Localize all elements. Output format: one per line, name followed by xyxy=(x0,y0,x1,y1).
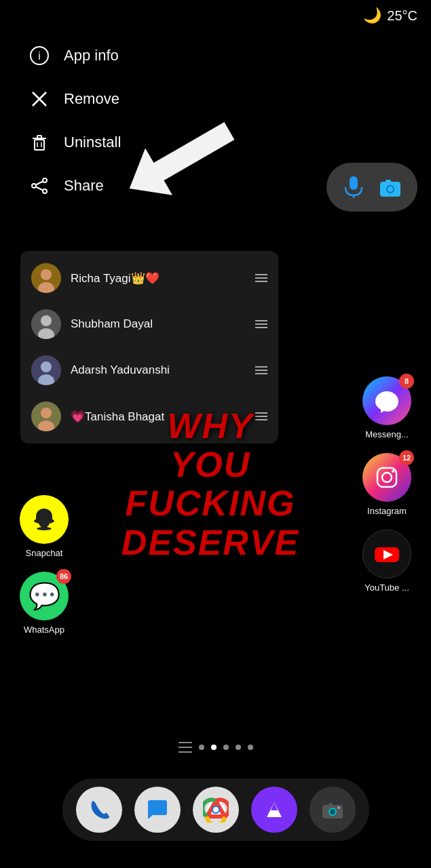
drag-handle-2 xyxy=(255,320,267,328)
wallpaper-line-1: WHY xyxy=(109,407,312,446)
messenger-label: Messeng... xyxy=(356,429,417,439)
snapchat-icon xyxy=(20,495,69,544)
svg-line-13 xyxy=(36,187,43,191)
temperature: 25°C xyxy=(387,8,417,24)
status-bar: 🌙 25°C xyxy=(363,7,417,24)
svg-rect-21 xyxy=(386,180,391,182)
svg-rect-48 xyxy=(329,803,333,806)
dock-camera[interactable] xyxy=(310,787,356,833)
context-menu: i App info Remove Uninstall xyxy=(20,34,128,208)
svg-point-11 xyxy=(32,184,36,188)
svg-point-47 xyxy=(330,809,335,814)
page-indicators xyxy=(179,742,253,753)
wallpaper-line-3: FUCKING xyxy=(109,484,312,523)
wallpaper-line-2: YOU xyxy=(109,446,312,484)
contact-adarsh[interactable]: Adarsh Yaduvanshi xyxy=(20,347,278,393)
svg-point-32 xyxy=(41,408,52,418)
app-messenger[interactable]: 8 Messeng... xyxy=(356,376,417,439)
drag-handle-3 xyxy=(255,366,267,374)
contact-avatar-adarsh xyxy=(31,355,61,385)
quick-actions-bar xyxy=(326,163,417,212)
dock-phone[interactable] xyxy=(76,787,122,833)
contact-name-richa: Richa Tyagi👑❤️ xyxy=(71,271,246,285)
remove-label: Remove xyxy=(64,90,119,108)
left-apps-column: Snapchat 💬 86 WhatsApp xyxy=(14,495,75,635)
youtube-icon xyxy=(362,530,411,578)
page-dot-3[interactable] xyxy=(223,745,229,750)
page-dot-1[interactable] xyxy=(199,745,204,750)
contact-name-adarsh: Adarsh Yaduvanshi xyxy=(71,363,246,377)
svg-point-49 xyxy=(337,806,340,809)
remove-icon xyxy=(27,87,52,111)
menu-item-remove[interactable]: Remove xyxy=(20,77,128,121)
dock-messages[interactable] xyxy=(134,787,181,833)
app-youtube[interactable]: YouTube ... xyxy=(356,530,417,593)
contact-shubham[interactable]: Shubham Dayal xyxy=(20,301,278,347)
wallpaper-line-4: DESERVE xyxy=(109,524,312,562)
svg-point-35 xyxy=(382,473,392,482)
menu-item-uninstall[interactable]: Uninstall xyxy=(20,121,128,164)
app-snapchat[interactable]: Snapchat xyxy=(14,495,75,558)
svg-point-10 xyxy=(43,189,47,193)
svg-line-12 xyxy=(36,182,43,185)
uninstall-label: Uninstall xyxy=(64,134,121,151)
contact-avatar-shubham xyxy=(31,309,61,339)
svg-point-36 xyxy=(392,470,394,473)
share-label: Share xyxy=(64,177,104,195)
whatsapp-label: WhatsApp xyxy=(14,625,75,635)
info-icon: i xyxy=(27,43,52,68)
svg-rect-6 xyxy=(37,136,41,138)
drag-handle xyxy=(255,274,267,282)
svg-point-42 xyxy=(213,807,219,812)
contact-richa[interactable]: Richa Tyagi👑❤️ xyxy=(20,255,278,301)
messenger-icon: 8 xyxy=(362,376,411,425)
page-dot-2[interactable] xyxy=(211,745,217,750)
share-icon xyxy=(27,174,52,198)
svg-point-23 xyxy=(41,269,52,280)
app-instagram[interactable]: 12 Instagram xyxy=(356,453,417,516)
whatsapp-badge: 86 xyxy=(56,569,71,584)
messenger-badge: 8 xyxy=(399,374,414,389)
whatsapp-icon: 💬 86 xyxy=(20,572,69,620)
svg-text:i: i xyxy=(38,50,41,62)
trash-icon xyxy=(27,130,52,155)
menu-item-app-info[interactable]: i App info xyxy=(20,34,128,77)
svg-rect-4 xyxy=(35,140,44,150)
right-apps-column: 8 Messeng... 12 Instagram YouTube ... xyxy=(356,376,417,593)
instagram-badge: 12 xyxy=(399,450,414,465)
svg-marker-15 xyxy=(122,122,243,212)
youtube-label: YouTube ... xyxy=(356,583,417,593)
instagram-icon: 12 xyxy=(362,453,411,502)
contact-avatar-richa xyxy=(31,263,61,293)
app-whatsapp[interactable]: 💬 86 WhatsApp xyxy=(14,572,75,635)
dock xyxy=(62,778,369,841)
moon-icon: 🌙 xyxy=(363,7,381,24)
menu-item-share[interactable]: Share xyxy=(20,164,128,208)
mic-button[interactable] xyxy=(339,172,369,202)
svg-point-26 xyxy=(41,315,52,326)
instagram-label: Instagram xyxy=(356,506,417,516)
svg-marker-44 xyxy=(271,802,278,810)
contact-name-shubham: Shubham Dayal xyxy=(71,317,246,331)
page-dot-4[interactable] xyxy=(236,745,241,750)
svg-rect-16 xyxy=(350,176,358,190)
app-info-label: App info xyxy=(64,47,119,64)
svg-point-20 xyxy=(388,186,393,192)
page-indicator-lines[interactable] xyxy=(179,742,192,753)
svg-point-29 xyxy=(41,361,52,372)
page-dot-5[interactable] xyxy=(248,745,253,750)
wallpaper-text: WHY YOU FUCKING DESERVE xyxy=(109,407,312,562)
camera-quick-button[interactable] xyxy=(375,172,405,202)
svg-point-9 xyxy=(43,178,47,182)
snapchat-label: Snapchat xyxy=(14,548,75,558)
contact-avatar-tanisha xyxy=(31,401,61,431)
dock-mountain[interactable] xyxy=(251,787,297,833)
dock-chrome[interactable] xyxy=(193,787,239,833)
